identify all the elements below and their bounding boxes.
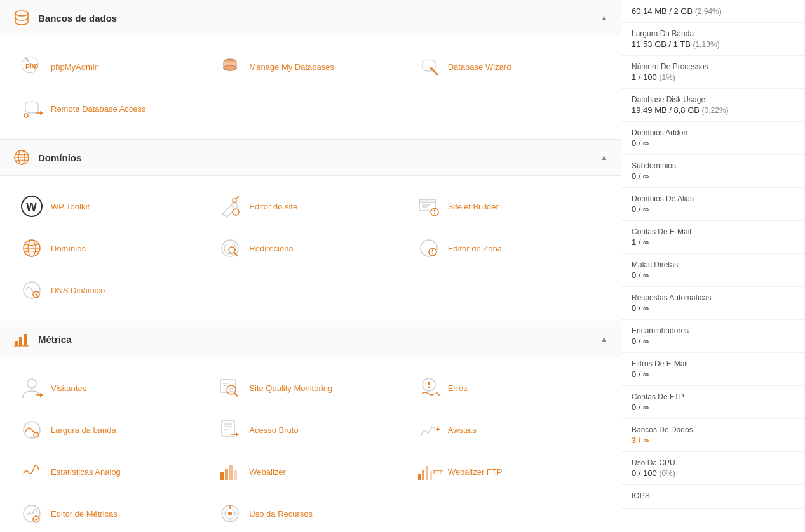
svg-line-19 [231,204,234,208]
databases-sidebar-label: Bancos De Dados [632,425,795,434]
item-uso-recursos[interactable]: Uso da Recursos [211,496,409,531]
editor-site-icon [217,194,243,219]
remote-db-icon [19,96,44,121]
section-header-left-metrica: Métrica [13,330,72,348]
sidebar-row-cpu: Uso Da CPU 0 / 100 (0%) [621,452,805,485]
subdomains-label: Subdomínios [632,161,795,170]
ftp-accounts-label: Contas De FTP [632,392,795,401]
item-site-quality[interactable]: Site Quality Monitoring [211,370,409,406]
sidebar-row-mailing-lists: Malas Diretas 0 / ∞ [621,254,805,287]
processes-sidebar-label: Número De Processos [632,62,795,71]
item-acesso-bruto[interactable]: Acesso Bruto [211,412,409,448]
visitantes-label: Visitantes [51,383,86,393]
item-visitantes[interactable]: Visitantes [13,370,211,406]
svg-rect-48 [19,337,22,346]
addon-domains-value: 0 / ∞ [632,138,795,148]
bandwidth-icon [19,417,44,442]
db-disk-sidebar-value: 19,49 MB / 8,8 GB (0,22%) [632,105,795,115]
databases-sidebar-value: 3 / ∞ [632,436,795,445]
item-dns-dinamico[interactable]: DNS Dinâmico [13,272,211,308]
zone-editor-icon [416,236,442,261]
svg-rect-82 [430,471,432,480]
sidebar-row-ftp-accounts: Contas De FTP 0 / ∞ [621,386,805,419]
bandwidth-sidebar-label: Largura Da Banda [632,29,795,38]
svg-point-8 [430,67,433,70]
dominios-grid: W WP Toolkit [13,189,608,308]
svg-rect-81 [426,466,428,480]
editor-site-label: Editor do site [249,202,297,211]
item-redireciona[interactable]: Redireciona [211,230,409,266]
main-content: Bancos de dados ▲ php ⊙ phpMyAdmin [0,0,621,532]
item-webalizer-ftp[interactable]: FTP Webalizer FTP [410,454,608,489]
email-accounts-label: Contas De E-Mail [632,227,795,236]
sitejet-label: Sitejet Builder [448,202,499,211]
svg-text:FTP: FTP [433,469,443,475]
awstats-label: Awstats [448,425,477,435]
item-editor-site[interactable]: Editor do site [211,189,409,224]
svg-point-62 [428,387,429,388]
item-wp-toolkit[interactable]: W WP Toolkit [13,189,211,224]
dns-icon [19,277,44,303]
database-section-icon [13,9,30,27]
item-largura-banda[interactable]: Largura da banda [13,412,211,448]
sidebar-row-email-filters: Filtros De E-Mail 0 / ∞ [621,353,805,386]
uso-recursos-label: Uso da Recursos [249,509,313,519]
addon-domains-label: Domínios Addon [632,128,795,137]
db-wizard-label: Database Wizard [448,62,511,72]
section-body-metrica: Visitantes Site Quality M [0,357,621,532]
metrics-editor-icon [19,501,44,526]
quality-label: Site Quality Monitoring [249,383,332,393]
sidebar-row-alias-domains: Domínios De Alias 0 / ∞ [621,188,805,221]
svg-marker-72 [236,432,239,436]
sidebar-row-bandwidth: Largura Da Banda 11,53 GB / 1 TB (1,13%) [621,23,805,56]
dns-dinamico-label: DNS Dinâmico [51,286,105,295]
svg-rect-47 [15,341,18,346]
sitejet-icon [416,194,442,219]
sidebar-row-email-accounts: Contas De E-Mail 1 / ∞ [621,221,805,254]
db-disk-sidebar-label: Database Disk Usage [632,95,795,104]
item-sitejet[interactable]: Sitejet Builder [410,189,608,224]
item-webalizer[interactable]: Webalizer [211,454,409,489]
section-body-dominios: W WP Toolkit [0,176,621,321]
chevron-up-icon-bancos: ▲ [600,13,608,22]
sidebar-row-forwarders: Encaminhadores 0 / ∞ [621,320,805,353]
subdomains-value: 0 / ∞ [632,171,795,181]
forwarders-value: 0 / ∞ [632,336,795,346]
section-header-dominios[interactable]: Domínios ▲ [0,140,621,176]
awstats-icon [416,417,442,442]
section-header-metrica[interactable]: Métrica ▲ [0,321,621,357]
autoresponders-value: 0 / ∞ [632,303,795,313]
chart-section-icon [13,330,30,348]
item-awstats[interactable]: Awstats [410,412,608,448]
webalizer-icon [217,459,243,484]
item-estatisticas-analog[interactable]: Estatísticas Analog [13,454,211,489]
section-title-metrica: Métrica [38,334,72,345]
svg-line-22 [236,196,239,199]
sidebar-row-databases: Bancos De Dados 3 / ∞ [621,419,805,452]
svg-rect-80 [422,470,424,480]
quality-icon [217,375,243,401]
svg-marker-74 [437,427,440,431]
svg-point-12 [24,114,28,117]
sidebar-row-autoresponders: Respostas Automáticas 0 / ∞ [621,287,805,320]
item-dominios[interactable]: Domínios [13,230,211,266]
item-phpmyadmin[interactable]: php ⊙ phpMyAdmin [13,49,211,84]
item-manage-databases[interactable]: Manage My Databases [211,49,409,84]
svg-rect-26 [419,199,435,203]
item-editor-zona[interactable]: Editor de Zona [410,230,608,266]
item-database-wizard[interactable]: Database Wizard [410,49,608,84]
item-remote-db[interactable]: Remote Database Access [13,91,211,126]
section-header-bancos[interactable]: Bancos de dados ▲ [0,0,621,36]
item-editor-metricas[interactable]: Editor de Métricas [13,496,211,531]
editor-metricas-label: Editor de Métricas [51,509,118,519]
svg-text:W: W [26,201,37,213]
redireciona-label: Redireciona [249,244,293,253]
item-erros[interactable]: Erros [410,370,608,406]
processes-sidebar-value: 1 / 100 (1%) [632,72,795,82]
remote-db-label: Remote Database Access [51,104,146,114]
section-dominios: Domínios ▲ W WP Toolkit [0,140,621,321]
cpu-label: Uso Da CPU [632,458,795,467]
svg-point-84 [24,505,40,522]
svg-point-42 [432,253,433,254]
largura-banda-label: Largura da banda [51,425,116,435]
